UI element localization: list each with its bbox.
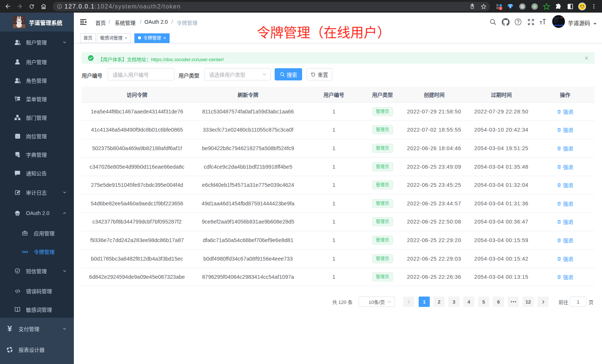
svg-text:9: 9 (500, 7, 501, 10)
